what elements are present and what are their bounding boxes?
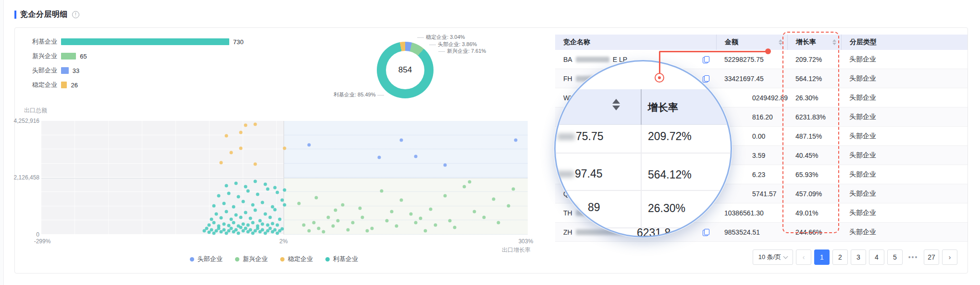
copy-icon[interactable] — [703, 56, 709, 63]
copy-icon[interactable] — [703, 229, 709, 236]
sort-icon[interactable] — [779, 39, 782, 45]
bar-category-label: 稳定企业 — [23, 81, 57, 89]
scatter-point-新兴企业 — [414, 221, 418, 225]
bar — [61, 67, 69, 74]
scatter-point-头部企业 — [399, 139, 403, 142]
pagination-next-button[interactable]: › — [942, 249, 957, 265]
scatter-point-利基企业 — [256, 225, 260, 228]
scatter-point-新兴企业 — [453, 226, 457, 229]
cell-growth-rate: 26.30% — [787, 88, 841, 107]
cell-tier-type: 头部企业 — [841, 203, 968, 223]
bar — [61, 38, 229, 45]
bar-row: 稳定企业26 — [23, 82, 282, 88]
pagination-page-2[interactable]: 2 — [832, 249, 848, 265]
page-size-select[interactable]: 10 条/页 — [753, 249, 793, 265]
x-tick-max: 303% — [519, 238, 533, 245]
scatter-point-利基企业 — [224, 210, 228, 213]
legend-dot — [325, 257, 330, 261]
pagination: 10 条/页 ‹12345•••27› — [753, 249, 957, 265]
scatter-point-稳定企业 — [220, 161, 223, 165]
bar-value: 33 — [73, 67, 79, 74]
legend-item-稳定企业[interactable]: 稳定企业 — [280, 255, 313, 263]
cell-amount: 9853524.51 — [716, 223, 787, 242]
column-header-label: 竞企名称 — [563, 38, 590, 47]
pagination-ellipsis[interactable]: ••• — [906, 249, 921, 265]
pagination-prev-button[interactable]: ‹ — [796, 249, 811, 265]
scatter-point-头部企业 — [307, 143, 310, 146]
scatter-point-新兴企业 — [336, 219, 340, 222]
cell-growth-rate: 487.15% — [787, 127, 841, 146]
scatter-point-利基企业 — [232, 205, 235, 209]
scatter-point-新兴企业 — [463, 185, 466, 188]
scatter-point-利基企业 — [251, 203, 255, 206]
cell-growth-rate: 564.12% — [787, 69, 841, 88]
cell-amount: 33421697.45 — [716, 69, 787, 88]
scatter-point-利基企业 — [275, 190, 279, 194]
column-header-growth[interactable]: 增长率 — [787, 35, 841, 50]
bar — [61, 82, 67, 88]
pagination-page-4[interactable]: 4 — [869, 249, 884, 265]
scatter-point-利基企业 — [254, 209, 257, 212]
scatter-point-利基企业 — [244, 211, 248, 214]
scatter-point-新兴企业 — [360, 215, 364, 219]
legend-label: 稳定企业 — [288, 255, 313, 263]
scatter-point-利基企业 — [244, 185, 248, 188]
scatter-point-新兴企业 — [371, 227, 374, 230]
scatter-plot — [41, 121, 528, 235]
scatter-point-利基企业 — [234, 213, 237, 216]
pagination-page-3[interactable]: 3 — [851, 249, 866, 265]
scatter-point-新兴企业 — [443, 194, 447, 197]
column-header-amount[interactable]: 金额 — [716, 35, 787, 50]
pagination-page-27[interactable]: 27 — [924, 249, 939, 265]
scatter-point-利基企业 — [236, 225, 240, 228]
legend-dot — [235, 257, 239, 261]
bar-chart: 利基企业730新兴企业65头部企业33稳定企业26 — [23, 38, 282, 96]
pagination-page-5[interactable]: 5 — [887, 249, 903, 265]
scatter-point-利基企业 — [273, 208, 276, 212]
scatter-point-利基企业 — [266, 224, 269, 227]
scatter-point-利基企业 — [212, 221, 216, 225]
column-header-label: 分层类型 — [850, 38, 877, 47]
scatter-point-利基企业 — [212, 204, 216, 208]
cell-growth-rate: 244.66% — [787, 223, 841, 242]
scatter-point-稳定企业 — [254, 162, 257, 166]
legend-item-利基企业[interactable]: 利基企业 — [325, 255, 358, 263]
page-title: 竞企分层明细 — [20, 10, 68, 20]
scatter-point-稳定企业 — [283, 146, 286, 150]
bar-value: 730 — [233, 38, 244, 46]
left-edge-strip — [0, 0, 4, 285]
cell-tier-type: 头部企业 — [841, 88, 968, 107]
scatter-point-新兴企业 — [351, 221, 354, 225]
magnified-growth-1: 209.72% — [648, 130, 692, 143]
column-header-label: 增长率 — [796, 38, 816, 47]
bar-value: 65 — [80, 53, 87, 60]
name-prefix: FH — [563, 75, 572, 83]
scatter-point-利基企业 — [236, 195, 240, 199]
scatter-point-利基企业 — [222, 222, 225, 226]
scatter-point-利基企业 — [266, 187, 269, 190]
cell-tier-type: 头部企业 — [841, 107, 968, 127]
scatter-point-头部企业 — [514, 139, 517, 142]
scatter-point-利基企业 — [220, 216, 223, 219]
scatter-point-利基企业 — [251, 221, 255, 225]
scatter-point-利基企业 — [224, 184, 228, 187]
scatter-point-利基企业 — [280, 199, 284, 202]
donut-callout-emerging: 新兴企业: 7.61% — [438, 48, 486, 55]
scatter-point-新兴企业 — [358, 206, 361, 210]
cell-amount: 10386561.30 — [716, 203, 787, 223]
magnified-growth-header: 增长率 — [648, 101, 678, 114]
scatter-point-头部企业 — [378, 155, 381, 159]
copy-icon[interactable] — [703, 75, 709, 83]
info-icon[interactable]: ! — [72, 11, 79, 18]
legend-item-新兴企业[interactable]: 新兴企业 — [235, 255, 268, 263]
pagination-page-1[interactable]: 1 — [814, 249, 830, 265]
bar — [61, 53, 76, 59]
scatter-point-利基企业 — [222, 202, 225, 205]
legend-item-头部企业[interactable]: 头部企业 — [190, 255, 223, 263]
cell-growth-rate: 209.72% — [787, 50, 841, 69]
scatter-point-新兴企业 — [302, 224, 306, 227]
scatter-point-利基企业 — [261, 201, 264, 204]
scatter-point-头部企业 — [443, 164, 447, 167]
scatter-point-新兴企业 — [511, 187, 515, 190]
sort-icon[interactable] — [832, 39, 836, 45]
